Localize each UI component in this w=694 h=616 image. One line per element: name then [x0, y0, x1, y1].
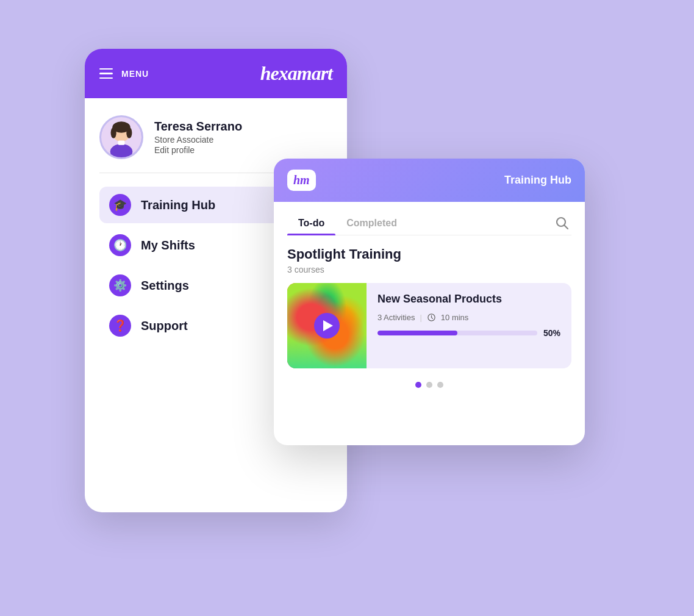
progress-label: 50% — [543, 328, 560, 338]
svg-rect-6 — [118, 141, 125, 145]
avatar — [99, 115, 143, 159]
progress-bar-background — [377, 331, 537, 335]
profile-section: Teresa Serrano Store Associate Edit prof… — [99, 115, 332, 159]
nav-label-training-hub: Training Hub — [141, 198, 215, 212]
profile-name: Teresa Serrano — [154, 120, 242, 134]
progress-bar-fill — [377, 331, 457, 335]
section-title: Spotlight Training — [287, 246, 571, 262]
graduation-icon: 🎓 — [109, 194, 131, 216]
hm-logo: hm — [287, 170, 316, 191]
progress-wrap: 50% — [377, 328, 560, 338]
course-row-wrap: New Seasonal Products 3 Activities | 10 … — [287, 283, 571, 376]
duration-label: 10 mins — [441, 313, 469, 322]
svg-point-4 — [111, 127, 116, 138]
gear-icon: ⚙️ — [109, 274, 131, 296]
tabs-bar: To-do Completed — [287, 213, 571, 235]
activities-label: 3 Activities — [377, 313, 415, 322]
course-card[interactable]: New Seasonal Products 3 Activities | 10 … — [287, 283, 571, 368]
dot-2[interactable] — [426, 382, 432, 388]
tab-todo[interactable]: To-do — [287, 213, 335, 235]
clock-icon: 🕐 — [109, 234, 131, 256]
course-thumbnail — [287, 283, 367, 368]
training-hub-panel: hm Training Hub To-do Completed Spotligh… — [274, 159, 585, 445]
brand-name: hexamart — [260, 62, 332, 85]
nav-label-my-shifts: My Shifts — [141, 238, 195, 252]
course-meta: 3 Activities | 10 mins — [377, 313, 560, 322]
profile-role: Store Associate — [154, 135, 242, 145]
training-hub-title: Training Hub — [504, 174, 571, 187]
profile-info: Teresa Serrano Store Associate Edit prof… — [154, 120, 242, 155]
hamburger-button[interactable] — [99, 68, 113, 79]
course-name: New Seasonal Products — [377, 293, 560, 306]
svg-line-8 — [565, 226, 568, 229]
nav-label-support: Support — [141, 319, 188, 333]
training-hub-header: hm Training Hub — [274, 159, 585, 202]
play-button[interactable] — [314, 313, 340, 338]
course-info: New Seasonal Products 3 Activities | 10 … — [367, 283, 571, 368]
menu-label: MENU — [121, 69, 149, 79]
dot-3[interactable] — [437, 382, 443, 388]
play-triangle-icon — [323, 320, 333, 331]
tab-completed[interactable]: Completed — [335, 213, 408, 235]
section-sub: 3 courses — [287, 265, 571, 274]
carousel-dots — [287, 382, 571, 388]
search-button[interactable] — [552, 213, 571, 235]
nav-label-settings: Settings — [141, 279, 189, 293]
meta-separator: | — [420, 313, 421, 322]
edit-profile-link[interactable]: Edit profile — [154, 145, 242, 155]
svg-point-5 — [126, 127, 132, 138]
duration-clock-icon — [427, 313, 436, 322]
dot-1[interactable] — [415, 382, 421, 388]
training-hub-body: To-do Completed Spotlight Training 3 cou… — [274, 202, 585, 399]
scene: MENU hexamart — [85, 49, 609, 567]
nav-header: MENU hexamart — [85, 49, 347, 98]
question-icon: ❓ — [109, 315, 131, 337]
